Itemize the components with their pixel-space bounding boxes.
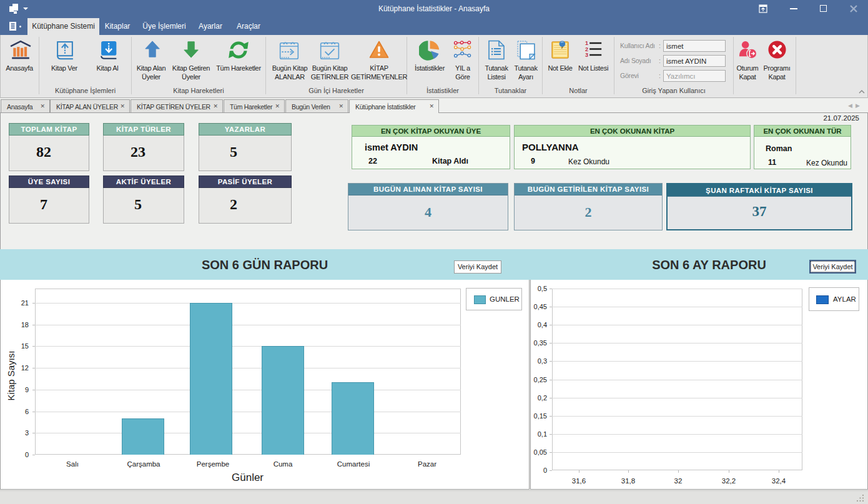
svg-text:1: 1 xyxy=(585,40,588,46)
svg-text:2: 2 xyxy=(585,46,588,52)
svg-text:3: 3 xyxy=(585,52,588,58)
